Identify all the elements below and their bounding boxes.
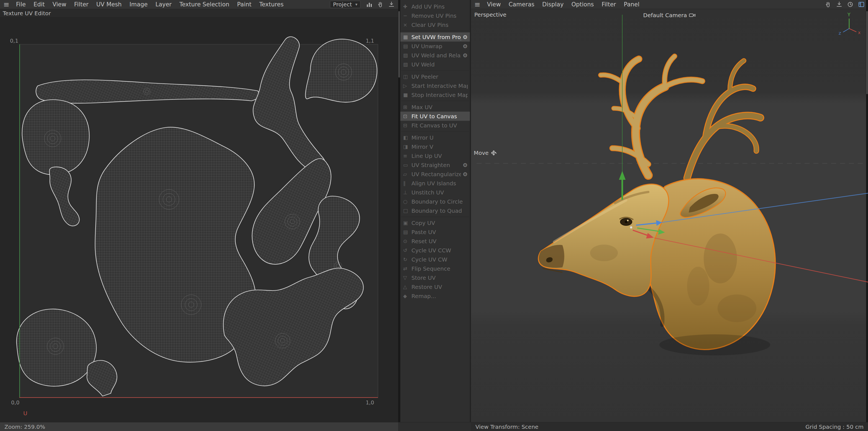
uv-command-item[interactable]: ▧ UV Weld (400, 60, 470, 69)
uv-command-item[interactable]: ▨ UV Weld and Relax ⚙ (400, 51, 470, 60)
pan-icon[interactable] (825, 1, 831, 8)
uv-command-item[interactable]: ⊟ Fit Canvas to UV (400, 121, 470, 130)
menu-item[interactable]: Layer (152, 1, 176, 8)
history-icon[interactable] (847, 1, 854, 8)
uv-command-item[interactable]: ⇄ Flip Sequence (400, 264, 470, 273)
menu-item[interactable]: Texture Selection (176, 1, 233, 8)
command-label: Fit UV to Canvas (411, 113, 468, 120)
command-label: Fit Canvas to UV (411, 122, 468, 129)
uv-command-item[interactable]: △ Restore UV (400, 282, 470, 291)
panel-menu-icon[interactable]: ≡ (474, 1, 480, 8)
menu-item[interactable]: Cameras (505, 1, 538, 8)
uv-island-group[interactable] (17, 37, 377, 396)
uv-command-item[interactable]: □ Boundary to Quad (400, 206, 470, 215)
command-icon: ▧ (403, 61, 411, 67)
uv-command-item[interactable]: ■ Stop Interactive Mapping (400, 90, 470, 99)
import-icon[interactable] (388, 1, 395, 8)
pan-icon[interactable] (377, 1, 384, 8)
gizmo-center[interactable] (630, 226, 632, 228)
gear-icon[interactable]: ⚙ (463, 171, 468, 178)
uv-command-item[interactable]: ▱ UV Rectangularize ⚙ (400, 170, 470, 179)
layout-icon[interactable] (858, 1, 865, 8)
histogram-icon[interactable] (366, 1, 373, 8)
command-icon: ⊡ (403, 113, 411, 119)
command-icon: ▨ (403, 52, 411, 58)
menu-item[interactable]: Paint (233, 1, 255, 8)
uv-corner-label: 1,0 (366, 399, 374, 405)
view-transform-status: View Transform: Scene (475, 424, 538, 430)
uv-command-item[interactable]: × Clear UV Pins (400, 20, 470, 29)
panel-menu-icon[interactable]: ≡ (3, 1, 9, 8)
command-icon: ▷ (403, 83, 411, 89)
menu-item[interactable]: Filter (70, 1, 92, 8)
camera-icon (689, 13, 696, 18)
menu-item[interactable]: Panel (620, 1, 643, 8)
command-icon: □ (403, 208, 411, 214)
uv-command-item[interactable]: ⊡ Fit UV to Canvas (400, 112, 470, 121)
orientation-axis-gizmo[interactable]: Y X Z (835, 11, 863, 42)
uv-command-item[interactable]: ▤ UV Unwrap ⚙ (400, 41, 470, 51)
uv-editor-scrollbar[interactable] (398, 0, 400, 431)
menu-item[interactable]: View (49, 1, 70, 8)
panel-title-text: Texture UV Editor (3, 10, 51, 17)
gear-icon[interactable]: ⚙ (463, 43, 468, 50)
uv-command-item[interactable]: ↺ Cycle UV CCW (400, 246, 470, 255)
command-icon: ▱ (403, 171, 411, 177)
viewport-3d-view[interactable]: Perspective Default Camera Move Y X Z (471, 9, 868, 422)
uv-command-item[interactable]: ⊞ Max UV (400, 102, 470, 112)
uv-command-item[interactable]: ⊙ Reset UV (400, 237, 470, 246)
uv-command-item[interactable]: ◆ Remap... (400, 291, 470, 301)
menu-item[interactable]: View (483, 1, 505, 8)
command-label: UV Peeler (411, 73, 468, 80)
uv-command-item[interactable]: ▭ UV Straighten ⚙ (400, 160, 470, 170)
uv-command-item[interactable]: ∥ Align UV Islands (400, 179, 470, 188)
command-label: Copy UV (411, 220, 468, 226)
menu-item[interactable]: Edit (30, 1, 49, 8)
uv-command-item[interactable]: ◧ Mirror U (400, 133, 470, 142)
command-label: Reset UV (411, 238, 468, 245)
uv-islands-canvas (20, 44, 378, 398)
menu-item[interactable]: Image (125, 1, 152, 8)
command-icon: ▤ (403, 43, 411, 49)
project-dropdown[interactable]: Project ▾ (330, 1, 361, 8)
viewport-menubar: ≡ ViewCamerasDisplayOptionsFilterPanel (471, 0, 868, 9)
uv-command-item[interactable]: ✚ Add UV Pins (400, 2, 470, 11)
uv-command-item[interactable]: ◫ UV Peeler (400, 72, 470, 81)
gizmo-y-arrow[interactable] (619, 171, 626, 180)
command-label: Max UV (411, 104, 468, 111)
uv-command-item[interactable]: ≡ Line Up UV (400, 151, 470, 160)
menu-item[interactable]: UV Mesh (92, 1, 125, 8)
uv-canvas-area[interactable]: 0,1 1,1 0,0 1,0 U (0, 18, 398, 422)
command-icon: ◨ (403, 144, 411, 150)
command-icon: ↺ (403, 247, 411, 253)
menu-item[interactable]: Textures (255, 1, 287, 8)
command-label: Restore UV (411, 284, 468, 290)
zoom-status: Zoom: 259.0% (0, 422, 398, 431)
command-icon: ▭ (403, 162, 411, 168)
view-projection-label[interactable]: Perspective (474, 11, 506, 18)
uv-command-item[interactable]: ▦ Set UVW from Projection ⚙ (400, 32, 470, 41)
status-bar: Zoom: 259.0% View Transform: Scene Grid … (0, 422, 868, 431)
uv-command-item[interactable]: ↻ Cycle UV CW (400, 255, 470, 264)
gear-icon[interactable]: ⚙ (463, 162, 468, 168)
menu-item[interactable]: Display (538, 1, 567, 8)
command-label: Cycle UV CCW (411, 247, 468, 254)
import-icon[interactable] (836, 1, 842, 8)
status-bar-spacer (398, 422, 471, 431)
uv-command-item[interactable]: − Remove UV Pins (400, 11, 470, 20)
uv-editor-menubar: ≡ FileEditViewFilterUV MeshImageLayerTex… (0, 0, 398, 9)
gear-icon[interactable]: ⚙ (463, 52, 468, 59)
menu-item[interactable]: Options (567, 1, 598, 8)
active-camera-label[interactable]: Default Camera (643, 12, 696, 19)
menu-item[interactable]: Filter (598, 1, 620, 8)
uv-command-item[interactable]: ⊥ Unstitch UV (400, 188, 470, 197)
gear-icon[interactable]: ⚙ (463, 34, 468, 40)
uv-command-item[interactable]: ▷ Start Interactive Mapping (400, 81, 470, 90)
uv-command-item[interactable]: ◨ Mirror V (400, 142, 470, 151)
uv-command-item[interactable]: ○ Boundary to Circle (400, 197, 470, 206)
uv-command-item[interactable]: ▽ Store UV (400, 273, 470, 282)
uv-command-item[interactable]: ▣ Copy UV (400, 218, 470, 227)
uv-command-item[interactable]: ▤ Paste UV (400, 227, 470, 237)
menu-item[interactable]: File (12, 1, 30, 8)
deer-model[interactable] (538, 56, 775, 356)
